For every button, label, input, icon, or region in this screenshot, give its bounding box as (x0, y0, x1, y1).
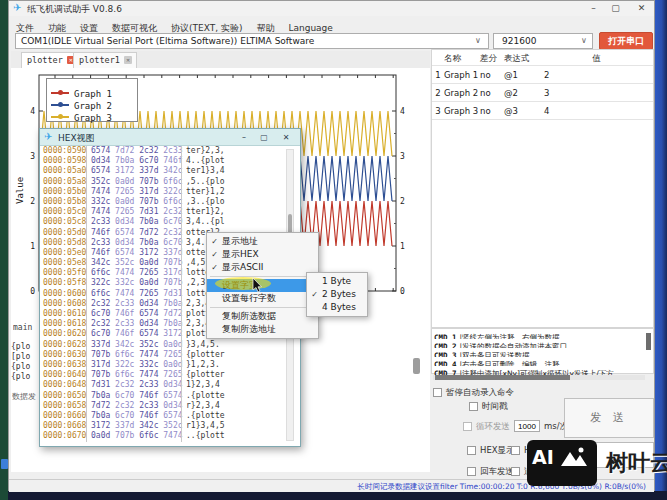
hex-address: 0000:0638 (40, 360, 86, 370)
hex-row[interactable]: 0000:06587d72 2c32 2c33 0d34r}2,3,4 (40, 401, 300, 411)
cmd-item-CMD_1[interactable]: CMD_1|竖线左侧为注释，右侧为数据 (432, 330, 653, 339)
hex-row[interactable]: 0000:05a06574 3172 337d 342cter1}3,4 (40, 166, 300, 176)
hex-group: 746f (139, 411, 163, 420)
hex-ascii: r}2,3,4 (181, 401, 241, 411)
hex-group: 337d (91, 340, 115, 349)
com-port-select[interactable]: COM1(IDLE Virtual Serial Port (Eltima So… (15, 33, 489, 49)
loop-send-checkbox[interactable] (463, 422, 472, 431)
log-scrollbar-thumb[interactable] (413, 358, 420, 374)
cmd-item-CMD_2[interactable]: CMD_2|发送的数据会自动添加进本窗口 (432, 339, 653, 348)
menu-item-复制所选数据[interactable]: 复制所选数据 (207, 310, 318, 323)
menu-item-显示ASCII[interactable]: ✓显示ASCII (207, 261, 318, 274)
hscrollbar-thumb[interactable] (435, 375, 570, 380)
hex-row[interactable]: 0000:05a8352c 0a0d 707b 6f6c,5..{plo (40, 177, 300, 187)
cell: Graph 3 (444, 102, 480, 119)
hex-row[interactable]: 0000:0628337d 342c 352c 0a0d}3,4,5. (40, 340, 300, 350)
close-button[interactable]: ✕ (633, 2, 650, 15)
log-line[interactable]: {plo (11, 342, 41, 352)
tab-close-icon[interactable]: ✕ (124, 56, 132, 64)
append-newline-checkbox[interactable] (511, 467, 520, 476)
table-row[interactable]: 3Graph 3no@34 (432, 102, 653, 120)
hex-group: 7265 (163, 350, 182, 359)
hex-group: 7b0a (139, 217, 163, 226)
menu-item-显示HEX[interactable]: ✓显示HEX (207, 248, 318, 261)
hex-bytes: 6f6c 7474 7265 317d (86, 268, 181, 278)
minimize-button[interactable]: – (585, 2, 602, 15)
hex-group: 2c32 (115, 380, 139, 389)
table-row[interactable]: 1Graph 1no@12 (432, 66, 653, 84)
hex-row[interactable]: 0000:0630707b 6f6c 7474 7265{plotter (40, 350, 300, 360)
hex-ascii: }1,2,3. (181, 360, 241, 370)
hex-group: 2c32 (91, 319, 115, 328)
submenu-item-4 Bytes[interactable]: 4 Bytes (307, 301, 367, 314)
legend-entry: Graph 2 (51, 94, 133, 106)
pause-auto-record-checkbox[interactable] (433, 388, 442, 397)
legend-label: Graph 3 (74, 113, 112, 123)
send-button[interactable]: 发 送 (564, 398, 654, 438)
menu-item-复制所选地址[interactable]: 复制所选地址 (207, 323, 318, 336)
cmd-item-CMD_3[interactable]: CMD_3|双击条目可发送数据 (432, 348, 653, 357)
submenu-item-2 Bytes[interactable]: ✓2 Bytes (307, 288, 367, 301)
hex-row[interactable]: 0000:0640707b 6f6c 7474 7265{plotter (40, 370, 300, 380)
hex-group: 2c33 (91, 217, 115, 226)
hex-row[interactable]: 0000:06487d31 2c32 2c33 0d341}2,3,4 (40, 380, 300, 390)
send-panel-label: 数据发 (12, 391, 42, 402)
hex-group: 707b (163, 278, 182, 287)
tab-plotter1[interactable]: plotter1✕ (73, 52, 137, 68)
maximize-button[interactable]: ▢ (607, 2, 624, 15)
tab-plotter[interactable]: plotter✕ (21, 52, 80, 68)
menu-item-显示地址[interactable]: ✓显示地址 (207, 235, 318, 248)
hex-row[interactable]: 0000:05c07474 7265 7d31 2c32tter1}2, (40, 207, 300, 217)
hex-bytes: 332c 0a0d 707b 6f6c (86, 197, 181, 207)
hex-row[interactable]: 0000:05980d34 7b0a 6c70 746f4..{plot (40, 156, 300, 166)
hex-row[interactable]: 0000:05b07474 7265 317d 322ctter}1,2 (40, 187, 300, 197)
svg-text:0: 0 (30, 287, 35, 296)
command-list-vscrollbar-thumb[interactable] (646, 333, 651, 350)
hex-row[interactable]: 0000:05c82c33 0d34 7b0a 6c703,4..{pl (40, 217, 300, 227)
watermark-brand-text: 树叶云 (606, 448, 667, 478)
hex-minimize-button[interactable]: – (236, 131, 252, 144)
hex-group: 342c (115, 340, 139, 349)
timestamp-checkbox[interactable] (469, 402, 478, 411)
hex-row[interactable]: 0000:06683172 337d 342c 352cr1}3,4,5 (40, 421, 300, 431)
hex-group: 7474 (91, 187, 115, 196)
hex-address: 0000:0620 (40, 329, 86, 339)
hex-close-button[interactable]: ✕ (278, 131, 294, 144)
log-line[interactable]: [plo (11, 352, 41, 362)
submenu-item-1 Byte[interactable]: 1 Byte (307, 275, 367, 288)
window-title: 纸飞机调试助手 V0.8.6 (27, 3, 122, 16)
hex-bytes: 746f 6574 7d72 2c32 (86, 228, 181, 238)
hex-group: 322c (91, 278, 115, 287)
hex-group: 6f6c (91, 289, 115, 298)
hex-address: 0000:0618 (40, 319, 86, 329)
hex-send-checkbox[interactable] (511, 446, 520, 455)
hex-ascii: ,3..{plo (181, 197, 241, 207)
log-line[interactable]: {plo (11, 362, 41, 372)
hex-address: 0000:0600 (40, 289, 86, 299)
open-serial-button[interactable]: 打开串口 (599, 32, 653, 50)
hex-row[interactable]: 0000:05b8332c 0a0d 707b 6f6c,3..{plo (40, 197, 300, 207)
loop-interval-input[interactable] (514, 420, 540, 432)
log-line[interactable]: {plo (11, 372, 41, 382)
hex-row[interactable]: 0000:06507b0a 6c70 746f 6574.{plotte (40, 391, 300, 401)
hex-row[interactable]: 0000:05906574 7d72 2c32 2c33ter}2,3, (40, 146, 300, 156)
enter-send-checkbox[interactable] (467, 467, 476, 476)
cmd-item-CMD_4[interactable]: CMD_4|右击条目可删除、编辑、注释 (432, 357, 653, 366)
table-row[interactable]: 2Graph 2no@23 (432, 84, 653, 102)
command-list-hscrollbar[interactable] (433, 375, 645, 380)
hex-group: 7265 (139, 289, 163, 298)
hex-row[interactable]: 0000:0638317d 322c 332c 0a0d}1,2,3. (40, 360, 300, 370)
plotter-tab-bar: plotter✕plotter1✕ (11, 51, 430, 68)
hex-display-checkbox[interactable] (467, 446, 476, 455)
hex-bytes: 2c33 0d34 7b0a 6c70 (86, 217, 181, 227)
cell: @1 (504, 66, 540, 83)
hex-row[interactable]: 0000:06700a0d 707b 6f6c 7474..{plott (40, 431, 300, 441)
cmd-item-CMD_7[interactable]: CMD_7|注释中添加[xNy]可强制x循环以y发送上/下方 (432, 366, 653, 375)
hex-address: 0000:0660 (40, 411, 86, 421)
baud-rate-select[interactable]: 921600 (493, 33, 593, 49)
hex-ascii: ter1}3,4 (181, 166, 241, 176)
hex-bytes: 6574 3172 337d 342c (86, 166, 181, 176)
hex-group: 2c32 (163, 207, 182, 216)
hex-row[interactable]: 0000:06607b0a 6c70 746f 6574.{plotte (40, 411, 300, 421)
hex-maximize-button[interactable]: ▢ (256, 131, 272, 144)
